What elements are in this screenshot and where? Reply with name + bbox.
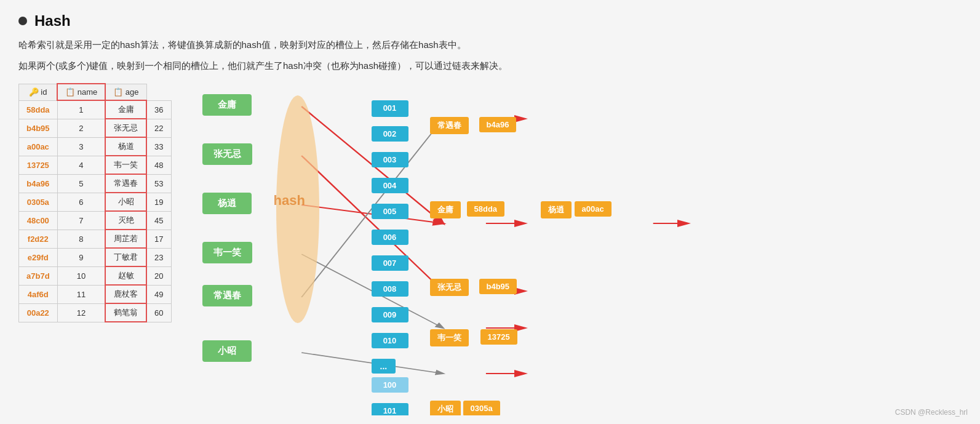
src-yangxiao: 杨逍 <box>202 193 252 214</box>
table-cell-id: f2d22 <box>19 230 58 248</box>
slot-008: 008 <box>372 281 408 297</box>
table-cell-id: 0305a <box>19 193 58 211</box>
slot-dots1: ... <box>372 359 396 374</box>
table-cell-num: 11 <box>57 285 105 303</box>
slot-006: 006 <box>372 230 408 245</box>
linked-002-name: 常遇春 <box>430 117 469 134</box>
slot-100: 100 <box>372 377 408 393</box>
table-cell-age: 48 <box>146 156 171 174</box>
slot-005: 005 <box>372 204 408 219</box>
linked-008-name: 张无忌 <box>430 279 469 296</box>
table-cell-name: 韦一笑 <box>105 156 146 174</box>
table-cell-num: 2 <box>57 119 105 137</box>
table-cell-id: 00a22 <box>19 303 58 322</box>
bullet-icon <box>18 17 27 25</box>
data-table: 🔑 id📋 name📋 age 58dda1金庸36b4b952张无忌22a00… <box>18 83 172 322</box>
table-row: b4b952张无忌22 <box>19 119 172 137</box>
src-jinyong: 金庸 <box>202 94 252 116</box>
table-cell-num: 10 <box>57 266 105 285</box>
hash-funnel: hash <box>269 89 327 329</box>
slot-001: 001 <box>372 100 408 116</box>
table-cell-name: 灭绝 <box>105 211 146 230</box>
svg-point-12 <box>276 95 319 323</box>
table-cell-num: 9 <box>57 248 105 266</box>
table-cell-age: 17 <box>146 230 171 248</box>
src-changyuchun: 常遇春 <box>202 285 252 306</box>
table-cell-id: a00ac <box>19 137 58 156</box>
slot-101: 101 <box>372 403 408 415</box>
table-cell-age: 60 <box>146 303 171 322</box>
linked-010-name: 韦一笑 <box>430 329 469 346</box>
table-cell-id: b4a96 <box>19 174 58 193</box>
description-2: 如果两个(或多个)键值，映射到一个相同的槽位上，他们就产生了hash冲突（也称为… <box>18 58 962 74</box>
table-cell-num: 4 <box>57 156 105 174</box>
table-cell-age: 45 <box>146 211 171 230</box>
table-cell-num: 6 <box>57 193 105 211</box>
table-cell-name: 鹤笔翁 <box>105 303 146 322</box>
src-xiaozhao: 小昭 <box>202 340 252 362</box>
table-cell-name: 丁敏君 <box>105 248 146 266</box>
table-cell-name: 赵敏 <box>105 266 146 285</box>
slot-009: 009 <box>372 307 408 322</box>
table-cell-id: 13725 <box>19 156 58 174</box>
table-row: a7b7d10赵敏20 <box>19 266 172 285</box>
table-cell-name: 鹿杖客 <box>105 285 146 303</box>
table-cell-num: 3 <box>57 137 105 156</box>
table-cell-id: b4b95 <box>19 119 58 137</box>
linked-005-hash1: 58dda <box>467 201 505 217</box>
table-cell-num: 1 <box>57 100 105 119</box>
table-header-0: 🔑 id <box>19 84 58 100</box>
src-zhangwuji: 张无忌 <box>202 143 252 165</box>
slot-007: 007 <box>372 255 408 271</box>
table-cell-num: 7 <box>57 211 105 230</box>
table-cell-name: 张无忌 <box>105 119 146 137</box>
table-row: b4a965常遇春53 <box>19 174 172 193</box>
table-row: 4af6d11鹿杖客49 <box>19 285 172 303</box>
linked-101-hash: 0305a <box>463 401 500 415</box>
table-row: e29fd9丁敏君23 <box>19 248 172 266</box>
table-header-2: 📋 age <box>105 84 146 100</box>
table-cell-num: 12 <box>57 303 105 322</box>
data-table-wrapper: 🔑 id📋 name📋 age 58dda1金庸36b4b952张无忌22a00… <box>18 83 172 322</box>
watermark: CSDN @Reckless_hrl <box>895 408 968 415</box>
table-cell-age: 36 <box>146 100 171 119</box>
table-cell-age: 19 <box>146 193 171 211</box>
table-cell-age: 22 <box>146 119 171 137</box>
table-cell-name: 杨道 <box>105 137 146 156</box>
linked-002-hash: b4a96 <box>479 117 517 132</box>
slot-002: 002 <box>372 126 408 142</box>
linked-010-hash: 13725 <box>480 329 517 345</box>
table-cell-age: 20 <box>146 266 171 285</box>
slot-003: 003 <box>372 152 408 167</box>
description-1: 哈希索引就是采用一定的hash算法，将键值换算成新的hash值，映射到对应的槽位… <box>18 37 962 53</box>
table-row: a00ac3杨道33 <box>19 137 172 156</box>
table-cell-name: 小昭 <box>105 193 146 211</box>
linked-005-hash2: a00ac <box>575 201 612 217</box>
src-weiyixiao: 韦一笑 <box>202 242 252 263</box>
table-cell-name: 金庸 <box>105 100 146 119</box>
table-cell-id: e29fd <box>19 248 58 266</box>
table-row: 137254韦一笑48 <box>19 156 172 174</box>
hash-funnel-label: hash <box>274 193 305 209</box>
table-cell-age: 49 <box>146 285 171 303</box>
table-header-1: 📋 name <box>57 84 105 100</box>
table-cell-age: 23 <box>146 248 171 266</box>
table-cell-id: 58dda <box>19 100 58 119</box>
table-cell-num: 8 <box>57 230 105 248</box>
table-row: 48c007灭绝45 <box>19 211 172 230</box>
linked-101-name: 小昭 <box>430 401 461 415</box>
slot-004: 004 <box>372 178 408 193</box>
linked-005-name1: 金庸 <box>430 201 461 218</box>
table-cell-age: 53 <box>146 174 171 193</box>
slot-010: 010 <box>372 333 408 348</box>
main-content: 🔑 id📋 name📋 age 58dda1金庸36b4b952张无忌22a00… <box>18 83 962 403</box>
table-row: 00a2212鹤笔翁60 <box>19 303 172 322</box>
page-title: Hash <box>34 12 71 30</box>
table-row: 58dda1金庸36 <box>19 100 172 119</box>
table-cell-id: 48c00 <box>19 211 58 230</box>
table-cell-num: 5 <box>57 174 105 193</box>
table-cell-age: 33 <box>146 137 171 156</box>
linked-005-name2: 杨逍 <box>541 201 572 218</box>
hash-diagram: hash 金庸 张无忌 杨逍 韦一笑 常遇春 小昭 001 001 002 00… <box>190 83 962 403</box>
table-cell-id: 4af6d <box>19 285 58 303</box>
